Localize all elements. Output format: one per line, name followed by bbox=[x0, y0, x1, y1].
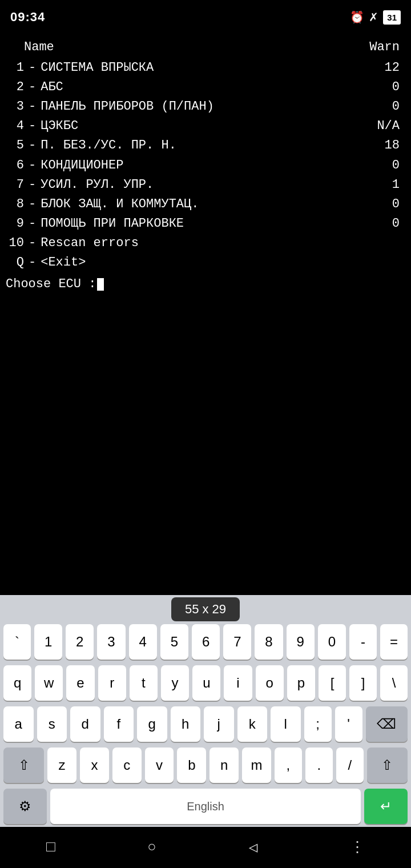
key-1[interactable]: 1 bbox=[34, 624, 62, 660]
tooltip-label: 55 x 29 bbox=[171, 597, 240, 621]
row-number: 6 bbox=[6, 156, 24, 175]
row-number: 2 bbox=[6, 78, 24, 97]
row-name: ПАНЕЛЬ ПРИБОРОВ (П/ПАН) bbox=[41, 97, 354, 116]
row-dash: - bbox=[29, 234, 36, 253]
key-m[interactable]: m bbox=[242, 748, 271, 783]
key-k[interactable]: k bbox=[237, 706, 268, 742]
status-time: 09:34 bbox=[10, 10, 45, 25]
terminal-row: 7 - УСИЛ. РУЛ. УПР.1 bbox=[6, 175, 400, 195]
nav-recents-icon[interactable]: □ bbox=[46, 839, 55, 856]
row-number: Q bbox=[6, 253, 24, 272]
row-name: П. БЕЗ./УС. ПР. Н. bbox=[41, 136, 354, 155]
key-n[interactable]: n bbox=[209, 748, 239, 783]
key-g[interactable]: g bbox=[137, 706, 167, 742]
keyboard-container: 55 x 29 ` 1 2 3 4 5 6 7 8 9 0 - = q w e … bbox=[0, 595, 411, 827]
row-dash: - bbox=[29, 58, 36, 78]
row-warn: 0 bbox=[354, 156, 400, 175]
shift-left-button[interactable]: ⇧ bbox=[3, 748, 44, 783]
key-backtick[interactable]: ` bbox=[3, 624, 31, 660]
key-4[interactable]: 4 bbox=[129, 624, 157, 660]
row-number: 8 bbox=[6, 195, 24, 214]
key-0[interactable]: 0 bbox=[318, 624, 346, 660]
key-row-bottom: ⚙ English ↵ bbox=[0, 786, 411, 827]
key-quote[interactable]: ' bbox=[335, 706, 362, 742]
key-x[interactable]: x bbox=[80, 748, 109, 783]
key-i[interactable]: i bbox=[224, 665, 252, 701]
nav-home-icon[interactable]: ○ bbox=[147, 839, 156, 856]
key-r[interactable]: r bbox=[98, 665, 126, 701]
enter-button[interactable]: ↵ bbox=[364, 789, 408, 824]
settings-button[interactable]: ⚙ bbox=[3, 789, 47, 824]
key-t[interactable]: t bbox=[130, 665, 158, 701]
row-warn: 0 bbox=[354, 78, 400, 97]
row-dash: - bbox=[29, 156, 36, 175]
key-s[interactable]: s bbox=[37, 706, 67, 742]
key-semicolon[interactable]: ; bbox=[304, 706, 332, 742]
status-icons: ⏰ ✗ 31 bbox=[350, 10, 401, 25]
key-9[interactable]: 9 bbox=[287, 624, 315, 660]
nav-menu-icon[interactable]: ⋮ bbox=[350, 838, 365, 857]
key-6[interactable]: 6 bbox=[192, 624, 220, 660]
key-l[interactable]: l bbox=[271, 706, 301, 742]
terminal-row: 10 - Rescan errors bbox=[6, 234, 400, 253]
key-minus[interactable]: - bbox=[349, 624, 377, 660]
bluetooth-icon: ✗ bbox=[369, 10, 378, 24]
key-h[interactable]: h bbox=[171, 706, 201, 742]
key-o[interactable]: o bbox=[256, 665, 284, 701]
key-8[interactable]: 8 bbox=[255, 624, 283, 660]
shift-right-button[interactable]: ⇧ bbox=[367, 748, 408, 783]
row-dash: - bbox=[29, 78, 36, 97]
terminal-row: 1 - СИСТЕМА ВПРЫСКА12 bbox=[6, 58, 400, 78]
key-e[interactable]: e bbox=[66, 665, 94, 701]
key-3[interactable]: 3 bbox=[97, 624, 125, 660]
key-f[interactable]: f bbox=[104, 706, 134, 742]
terminal-row: Q - <Exit> bbox=[6, 253, 400, 272]
nav-bar: □ ○ ◁ ⋮ bbox=[0, 827, 411, 868]
tooltip-row: 55 x 29 bbox=[0, 595, 411, 621]
row-number: 7 bbox=[6, 175, 24, 195]
key-a[interactable]: a bbox=[3, 706, 34, 742]
key-d[interactable]: d bbox=[70, 706, 100, 742]
row-warn: 1 bbox=[354, 175, 400, 195]
key-b[interactable]: b bbox=[177, 748, 206, 783]
row-number: 4 bbox=[6, 116, 24, 136]
row-name: Rescan errors bbox=[41, 234, 354, 253]
key-z[interactable]: z bbox=[47, 748, 76, 783]
status-bar: 09:34 ⏰ ✗ 31 bbox=[0, 0, 411, 32]
backspace-button[interactable]: ⌫ bbox=[366, 706, 408, 742]
key-c[interactable]: c bbox=[112, 748, 142, 783]
row-name: БЛОК ЗАЩ. И КОММУТАЦ. bbox=[41, 195, 354, 214]
terminal-area: Name Warn 1 - СИСТЕМА ВПРЫСКА122 - АБС03… bbox=[0, 32, 411, 595]
alarm-icon: ⏰ bbox=[350, 10, 364, 24]
row-name: СИСТЕМА ВПРЫСКА bbox=[41, 58, 354, 78]
key-p[interactable]: p bbox=[287, 665, 315, 701]
key-backslash[interactable]: \ bbox=[380, 665, 408, 701]
row-number: 5 bbox=[6, 136, 24, 155]
key-7[interactable]: 7 bbox=[223, 624, 251, 660]
battery-indicator: 31 bbox=[383, 10, 401, 25]
terminal-rows: 1 - СИСТЕМА ВПРЫСКА122 - АБС03 - ПАНЕЛЬ … bbox=[6, 58, 400, 272]
key-close-bracket[interactable]: ] bbox=[349, 665, 377, 701]
key-comma[interactable]: , bbox=[275, 748, 302, 783]
nav-back-icon[interactable]: ◁ bbox=[249, 838, 258, 857]
key-y[interactable]: y bbox=[161, 665, 189, 701]
key-u[interactable]: u bbox=[192, 665, 220, 701]
terminal-row: 8 - БЛОК ЗАЩ. И КОММУТАЦ.0 bbox=[6, 195, 400, 214]
row-number: 9 bbox=[6, 214, 24, 234]
terminal-row: 4 - ЦЭКБСN/A bbox=[6, 116, 400, 136]
key-q[interactable]: q bbox=[3, 665, 31, 701]
key-period[interactable]: . bbox=[305, 748, 333, 783]
key-equals[interactable]: = bbox=[380, 624, 408, 660]
key-w[interactable]: w bbox=[35, 665, 63, 701]
row-dash: - bbox=[29, 136, 36, 155]
language-button[interactable]: English bbox=[50, 789, 361, 824]
key-5[interactable]: 5 bbox=[160, 624, 188, 660]
key-slash[interactable]: / bbox=[336, 748, 364, 783]
key-2[interactable]: 2 bbox=[66, 624, 94, 660]
terminal-row: 3 - ПАНЕЛЬ ПРИБОРОВ (П/ПАН)0 bbox=[6, 97, 400, 116]
key-open-bracket[interactable]: [ bbox=[319, 665, 346, 701]
key-j[interactable]: j bbox=[204, 706, 234, 742]
row-dash: - bbox=[29, 253, 36, 272]
terminal-prompt: Choose ECU : bbox=[6, 275, 96, 294]
key-v[interactable]: v bbox=[145, 748, 174, 783]
